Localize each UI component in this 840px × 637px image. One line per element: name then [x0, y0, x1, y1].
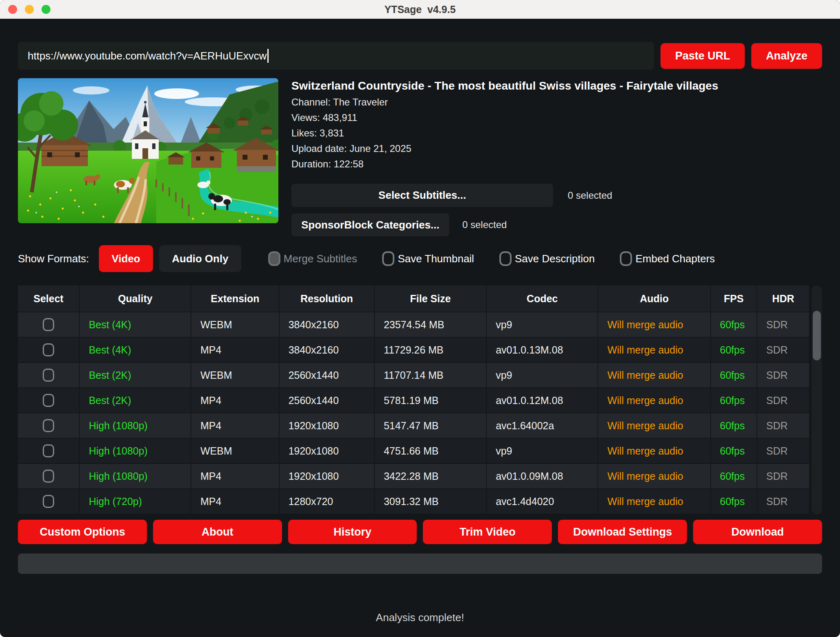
checkbox-save-thumbnail[interactable]: Save Thumbnail — [382, 251, 474, 266]
column-header-resolution[interactable]: Resolution — [280, 286, 374, 312]
checkbox-icon[interactable] — [620, 251, 632, 266]
column-header-file-size[interactable]: File Size — [375, 286, 486, 312]
resolution-cell: 3840x2160 — [280, 312, 374, 337]
checkbox-embed-chapters[interactable]: Embed Chapters — [620, 251, 715, 266]
column-header-select[interactable]: Select — [18, 286, 79, 312]
download-settings-button[interactable]: Download Settings — [558, 520, 687, 544]
video-thumbnail — [18, 78, 278, 223]
table-row[interactable]: Best (2K)MP42560x14405781.19 MBav01.0.12… — [18, 388, 809, 413]
column-header-quality[interactable]: Quality — [80, 286, 190, 312]
row-checkbox[interactable] — [43, 343, 54, 356]
column-header-extension[interactable]: Extension — [191, 286, 278, 312]
audio-cell: Will merge audio — [598, 464, 710, 488]
checkbox-icon[interactable] — [268, 251, 280, 266]
close-icon[interactable] — [8, 5, 17, 14]
checkbox-label: Save Description — [515, 253, 595, 265]
quality-cell: Best (2K) — [80, 388, 190, 413]
column-header-audio[interactable]: Audio — [598, 286, 710, 312]
table-row[interactable]: High (1080p)MP41920x10805147.47 MBavc1.6… — [18, 413, 809, 438]
fps-cell: 60fps — [711, 413, 757, 438]
checkbox-merge-subtitles[interactable]: Merge Subtitles — [268, 251, 357, 266]
quality-cell: Best (4K) — [80, 338, 190, 362]
sponsorblock-row: SponsorBlock Categories... 0 selected — [291, 213, 822, 236]
checkbox-icon[interactable] — [499, 251, 512, 266]
select-cell — [18, 464, 79, 488]
codec-cell: vp9 — [487, 363, 597, 387]
about-button[interactable]: About — [153, 520, 282, 544]
hdr-cell: SDR — [757, 489, 809, 514]
table-scrollbar[interactable] — [812, 286, 822, 514]
filesize-cell: 5781.19 MB — [375, 388, 486, 413]
quality-cell: High (1080p) — [80, 464, 190, 488]
scrollbar-thumb[interactable] — [813, 311, 821, 360]
select-cell — [18, 312, 79, 337]
codec-cell: avc1.64002a — [487, 413, 597, 438]
select-cell — [18, 388, 79, 413]
table-body: Best (4K)WEBM3840x216023574.54 MBvp9Will… — [18, 312, 809, 514]
video-format-button[interactable]: Video — [99, 245, 153, 272]
trim-video-button[interactable]: Trim Video — [423, 520, 552, 544]
video-duration: Duration: 122:58 — [291, 158, 822, 170]
custom-options-button[interactable]: Custom Options — [18, 520, 147, 544]
zoom-icon[interactable] — [42, 5, 50, 14]
media-row: Switzerland Countryside - The most beaut… — [18, 78, 822, 236]
row-checkbox[interactable] — [43, 419, 54, 432]
sponsorblock-categories-button[interactable]: SponsorBlock Categories... — [291, 213, 449, 236]
filesize-cell: 11707.14 MB — [375, 363, 486, 387]
video-upload-date: Upload date: June 21, 2025 — [291, 143, 822, 154]
hdr-cell: SDR — [757, 439, 809, 463]
row-checkbox[interactable] — [43, 318, 54, 331]
row-checkbox[interactable] — [43, 369, 54, 382]
fps-cell: 60fps — [711, 439, 757, 463]
subtitles-selected-count: 0 selected — [568, 190, 612, 201]
hdr-cell: SDR — [757, 338, 809, 362]
column-header-fps[interactable]: FPS — [711, 286, 757, 312]
checkbox-label: Save Thumbnail — [398, 253, 474, 265]
filesize-cell: 5147.47 MB — [375, 413, 486, 438]
audio-cell: Will merge audio — [598, 312, 710, 337]
codec-cell: av01.0.13M.08 — [487, 338, 597, 362]
table-row[interactable]: Best (4K)MP43840x216011729.26 MBav01.0.1… — [18, 338, 809, 362]
column-header-codec[interactable]: Codec — [487, 286, 597, 312]
extension-cell: WEBM — [191, 363, 278, 387]
quality-cell: Best (2K) — [80, 363, 190, 387]
resolution-cell: 1920x1080 — [280, 464, 374, 488]
filesize-cell: 23574.54 MB — [375, 312, 486, 337]
select-cell — [18, 413, 79, 438]
table-row[interactable]: Best (2K)WEBM2560x144011707.14 MBvp9Will… — [18, 363, 809, 387]
audio-cell: Will merge audio — [598, 363, 710, 387]
filesize-cell: 4751.66 MB — [375, 439, 486, 463]
codec-cell: av01.0.12M.08 — [487, 388, 597, 413]
hdr-cell: SDR — [757, 312, 809, 337]
hdr-cell: SDR — [757, 413, 809, 438]
select-cell — [18, 489, 79, 514]
fps-cell: 60fps — [711, 489, 757, 514]
table-row[interactable]: High (720p)MP41280x7203091.32 MBavc1.4d4… — [18, 489, 809, 514]
hdr-cell: SDR — [757, 388, 809, 413]
url-input[interactable]: https://www.youtube.com/watch?v=AERHuUEx… — [18, 42, 654, 70]
subtitles-row: Select Subtitles... 0 selected — [291, 184, 822, 207]
select-cell — [18, 338, 79, 362]
row-checkbox[interactable] — [43, 394, 54, 407]
history-button[interactable]: History — [288, 520, 417, 544]
table-header-row: SelectQualityExtensionResolutionFile Siz… — [18, 286, 809, 312]
table-row[interactable]: Best (4K)WEBM3840x216023574.54 MBvp9Will… — [18, 312, 809, 337]
column-header-hdr[interactable]: HDR — [757, 286, 809, 312]
table-row[interactable]: High (1080p)MP41920x10803422.28 MBav01.0… — [18, 464, 809, 488]
checkbox-save-description[interactable]: Save Description — [499, 251, 595, 266]
minimize-icon[interactable] — [25, 5, 34, 14]
checkbox-label: Merge Subtitles — [284, 253, 357, 265]
titlebar: YTSage v4.9.5 — [0, 0, 840, 19]
download-button[interactable]: Download — [693, 520, 822, 544]
select-subtitles-button[interactable]: Select Subtitles... — [291, 184, 553, 207]
row-checkbox[interactable] — [43, 444, 54, 457]
checkbox-icon[interactable] — [382, 251, 394, 266]
paste-url-button[interactable]: Paste URL — [661, 43, 745, 69]
row-checkbox[interactable] — [43, 470, 54, 483]
resolution-cell: 2560x1440 — [280, 363, 374, 387]
analyze-button[interactable]: Analyze — [751, 43, 822, 69]
quality-cell: High (1080p) — [80, 439, 190, 463]
table-row[interactable]: High (1080p)WEBM1920x10804751.66 MBvp9Wi… — [18, 439, 809, 463]
audio-only-format-button[interactable]: Audio Only — [159, 245, 241, 272]
row-checkbox[interactable] — [43, 495, 54, 508]
